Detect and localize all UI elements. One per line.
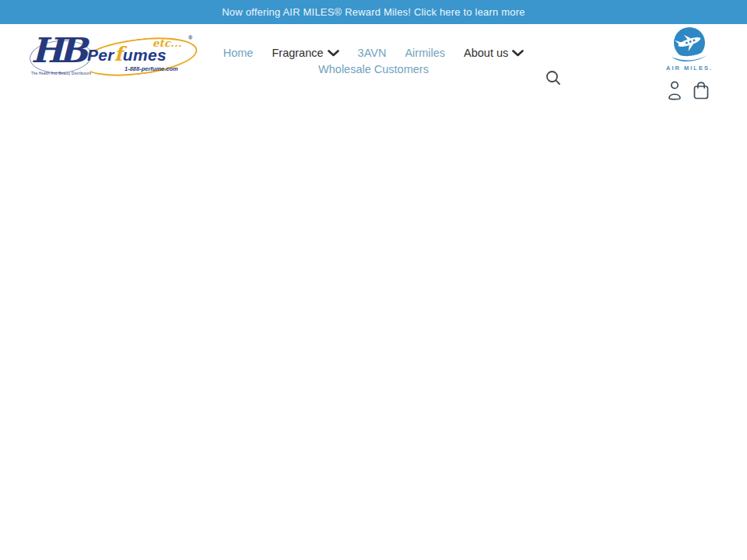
- main-nav-row2: Wholesale Customers: [0, 63, 747, 75]
- account-icon: [667, 80, 682, 100]
- search-button[interactable]: [544, 69, 563, 88]
- airmiles-label: AIR MILES.: [664, 65, 715, 72]
- nav-item-home-label: Home: [223, 47, 254, 59]
- nav-item-fragrance-label: Fragrance: [272, 47, 323, 59]
- nav-item-airmiles-label: Airmiles: [405, 47, 445, 59]
- search-icon: [545, 69, 562, 86]
- registered-mark: ®: [188, 35, 192, 40]
- page: Now offering AIR MILES® Reward Miles! Cl…: [0, 0, 747, 560]
- cart-button[interactable]: [692, 81, 710, 101]
- nav-item-airmiles[interactable]: Airmiles: [405, 47, 445, 59]
- chevron-down-icon: [328, 50, 339, 57]
- nav-item-about-us[interactable]: About us: [464, 47, 524, 59]
- header: HB The Health And Beauty Distributors Pe…: [0, 24, 747, 110]
- nav-item-wholesale-customers[interactable]: Wholesale Customers: [318, 63, 429, 75]
- nav-item-3avn-label: 3AVN: [358, 47, 387, 59]
- nav-item-fragrance[interactable]: Fragrance: [272, 47, 338, 59]
- nav-item-wholesale-label: Wholesale Customers: [318, 63, 429, 75]
- announcement-link[interactable]: Now offering AIR MILES® Reward Miles! Cl…: [222, 6, 525, 18]
- account-button[interactable]: [666, 80, 683, 100]
- airmiles-plane-icon: [665, 27, 714, 63]
- chevron-down-icon: [512, 50, 524, 57]
- nav-item-about-us-label: About us: [464, 47, 508, 59]
- announcement-bar: Now offering AIR MILES® Reward Miles! Cl…: [0, 0, 747, 24]
- nav-item-home[interactable]: Home: [223, 47, 254, 59]
- main-nav: Home Fragrance 3AVN Airmiles About us: [0, 46, 747, 59]
- nav-item-3avn[interactable]: 3AVN: [358, 47, 387, 59]
- cart-bag-icon: [693, 81, 710, 100]
- airmiles-badge: AIR MILES.: [664, 27, 715, 74]
